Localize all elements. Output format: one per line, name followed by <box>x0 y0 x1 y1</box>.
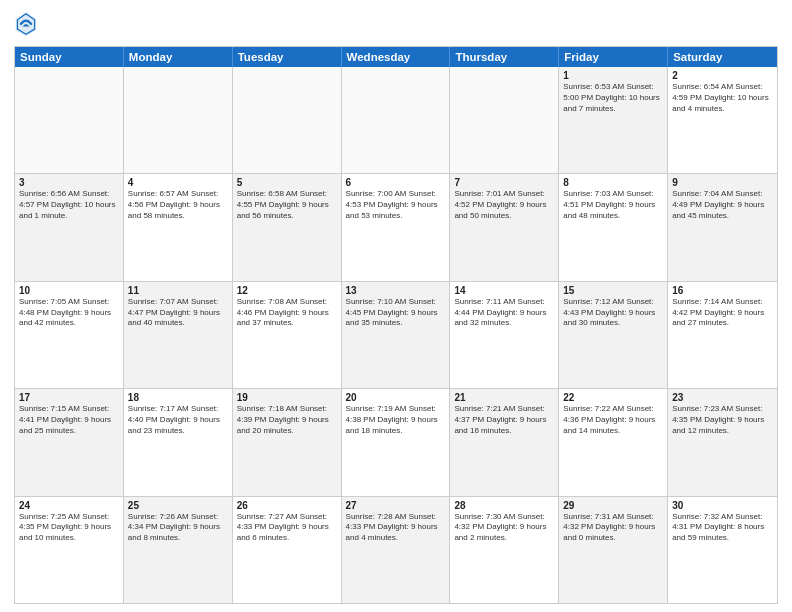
day-number: 6 <box>346 177 446 188</box>
calendar-week-3: 10Sunrise: 7:05 AM Sunset: 4:48 PM Dayli… <box>15 282 777 389</box>
calendar-cell: 8Sunrise: 7:03 AM Sunset: 4:51 PM Daylig… <box>559 174 668 280</box>
day-info: Sunrise: 7:31 AM Sunset: 4:32 PM Dayligh… <box>563 512 663 544</box>
day-number: 19 <box>237 392 337 403</box>
calendar-cell: 27Sunrise: 7:28 AM Sunset: 4:33 PM Dayli… <box>342 497 451 603</box>
day-number: 4 <box>128 177 228 188</box>
day-info: Sunrise: 7:11 AM Sunset: 4:44 PM Dayligh… <box>454 297 554 329</box>
day-number: 21 <box>454 392 554 403</box>
calendar-cell <box>233 67 342 173</box>
day-info: Sunrise: 7:15 AM Sunset: 4:41 PM Dayligh… <box>19 404 119 436</box>
calendar-cell: 10Sunrise: 7:05 AM Sunset: 4:48 PM Dayli… <box>15 282 124 388</box>
calendar-cell: 17Sunrise: 7:15 AM Sunset: 4:41 PM Dayli… <box>15 389 124 495</box>
day-number: 15 <box>563 285 663 296</box>
calendar-cell: 24Sunrise: 7:25 AM Sunset: 4:35 PM Dayli… <box>15 497 124 603</box>
calendar-cell <box>450 67 559 173</box>
day-info: Sunrise: 7:18 AM Sunset: 4:39 PM Dayligh… <box>237 404 337 436</box>
day-info: Sunrise: 6:53 AM Sunset: 5:00 PM Dayligh… <box>563 82 663 114</box>
day-number: 8 <box>563 177 663 188</box>
calendar-cell: 30Sunrise: 7:32 AM Sunset: 4:31 PM Dayli… <box>668 497 777 603</box>
day-info: Sunrise: 7:26 AM Sunset: 4:34 PM Dayligh… <box>128 512 228 544</box>
calendar-cell: 7Sunrise: 7:01 AM Sunset: 4:52 PM Daylig… <box>450 174 559 280</box>
calendar-cell: 29Sunrise: 7:31 AM Sunset: 4:32 PM Dayli… <box>559 497 668 603</box>
calendar-week-1: 1Sunrise: 6:53 AM Sunset: 5:00 PM Daylig… <box>15 67 777 174</box>
day-info: Sunrise: 7:08 AM Sunset: 4:46 PM Dayligh… <box>237 297 337 329</box>
calendar-cell: 22Sunrise: 7:22 AM Sunset: 4:36 PM Dayli… <box>559 389 668 495</box>
calendar-cell: 26Sunrise: 7:27 AM Sunset: 4:33 PM Dayli… <box>233 497 342 603</box>
logo <box>14 10 42 38</box>
header-day-thursday: Thursday <box>450 47 559 67</box>
calendar-cell: 13Sunrise: 7:10 AM Sunset: 4:45 PM Dayli… <box>342 282 451 388</box>
day-number: 20 <box>346 392 446 403</box>
calendar-cell: 11Sunrise: 7:07 AM Sunset: 4:47 PM Dayli… <box>124 282 233 388</box>
day-number: 22 <box>563 392 663 403</box>
day-number: 14 <box>454 285 554 296</box>
calendar-week-4: 17Sunrise: 7:15 AM Sunset: 4:41 PM Dayli… <box>15 389 777 496</box>
day-number: 2 <box>672 70 773 81</box>
day-info: Sunrise: 7:03 AM Sunset: 4:51 PM Dayligh… <box>563 189 663 221</box>
calendar-cell: 15Sunrise: 7:12 AM Sunset: 4:43 PM Dayli… <box>559 282 668 388</box>
calendar-cell: 18Sunrise: 7:17 AM Sunset: 4:40 PM Dayli… <box>124 389 233 495</box>
day-number: 7 <box>454 177 554 188</box>
calendar-cell: 23Sunrise: 7:23 AM Sunset: 4:35 PM Dayli… <box>668 389 777 495</box>
day-number: 1 <box>563 70 663 81</box>
calendar-cell: 14Sunrise: 7:11 AM Sunset: 4:44 PM Dayli… <box>450 282 559 388</box>
calendar-cell: 4Sunrise: 6:57 AM Sunset: 4:56 PM Daylig… <box>124 174 233 280</box>
calendar-cell: 2Sunrise: 6:54 AM Sunset: 4:59 PM Daylig… <box>668 67 777 173</box>
day-info: Sunrise: 7:21 AM Sunset: 4:37 PM Dayligh… <box>454 404 554 436</box>
day-number: 17 <box>19 392 119 403</box>
page-header <box>14 10 778 38</box>
calendar-cell: 16Sunrise: 7:14 AM Sunset: 4:42 PM Dayli… <box>668 282 777 388</box>
calendar-cell: 6Sunrise: 7:00 AM Sunset: 4:53 PM Daylig… <box>342 174 451 280</box>
day-number: 30 <box>672 500 773 511</box>
calendar-cell: 21Sunrise: 7:21 AM Sunset: 4:37 PM Dayli… <box>450 389 559 495</box>
day-number: 23 <box>672 392 773 403</box>
day-info: Sunrise: 7:00 AM Sunset: 4:53 PM Dayligh… <box>346 189 446 221</box>
day-number: 24 <box>19 500 119 511</box>
calendar: SundayMondayTuesdayWednesdayThursdayFrid… <box>14 46 778 604</box>
day-number: 26 <box>237 500 337 511</box>
day-number: 5 <box>237 177 337 188</box>
day-info: Sunrise: 7:14 AM Sunset: 4:42 PM Dayligh… <box>672 297 773 329</box>
calendar-cell: 5Sunrise: 6:58 AM Sunset: 4:55 PM Daylig… <box>233 174 342 280</box>
calendar-cell: 1Sunrise: 6:53 AM Sunset: 5:00 PM Daylig… <box>559 67 668 173</box>
day-number: 11 <box>128 285 228 296</box>
day-number: 9 <box>672 177 773 188</box>
calendar-cell <box>342 67 451 173</box>
day-info: Sunrise: 7:22 AM Sunset: 4:36 PM Dayligh… <box>563 404 663 436</box>
day-number: 25 <box>128 500 228 511</box>
day-number: 29 <box>563 500 663 511</box>
calendar-cell <box>124 67 233 173</box>
day-number: 27 <box>346 500 446 511</box>
day-info: Sunrise: 7:23 AM Sunset: 4:35 PM Dayligh… <box>672 404 773 436</box>
header-day-sunday: Sunday <box>15 47 124 67</box>
day-info: Sunrise: 7:01 AM Sunset: 4:52 PM Dayligh… <box>454 189 554 221</box>
day-number: 13 <box>346 285 446 296</box>
day-info: Sunrise: 6:56 AM Sunset: 4:57 PM Dayligh… <box>19 189 119 221</box>
day-info: Sunrise: 6:57 AM Sunset: 4:56 PM Dayligh… <box>128 189 228 221</box>
calendar-cell: 12Sunrise: 7:08 AM Sunset: 4:46 PM Dayli… <box>233 282 342 388</box>
day-number: 28 <box>454 500 554 511</box>
day-info: Sunrise: 7:30 AM Sunset: 4:32 PM Dayligh… <box>454 512 554 544</box>
calendar-cell: 20Sunrise: 7:19 AM Sunset: 4:38 PM Dayli… <box>342 389 451 495</box>
day-info: Sunrise: 7:27 AM Sunset: 4:33 PM Dayligh… <box>237 512 337 544</box>
calendar-body: 1Sunrise: 6:53 AM Sunset: 5:00 PM Daylig… <box>15 67 777 603</box>
calendar-cell: 19Sunrise: 7:18 AM Sunset: 4:39 PM Dayli… <box>233 389 342 495</box>
day-number: 12 <box>237 285 337 296</box>
day-number: 18 <box>128 392 228 403</box>
day-info: Sunrise: 6:58 AM Sunset: 4:55 PM Dayligh… <box>237 189 337 221</box>
calendar-cell: 3Sunrise: 6:56 AM Sunset: 4:57 PM Daylig… <box>15 174 124 280</box>
header-day-saturday: Saturday <box>668 47 777 67</box>
calendar-cell: 9Sunrise: 7:04 AM Sunset: 4:49 PM Daylig… <box>668 174 777 280</box>
calendar-cell: 25Sunrise: 7:26 AM Sunset: 4:34 PM Dayli… <box>124 497 233 603</box>
header-day-wednesday: Wednesday <box>342 47 451 67</box>
day-info: Sunrise: 7:10 AM Sunset: 4:45 PM Dayligh… <box>346 297 446 329</box>
day-info: Sunrise: 7:07 AM Sunset: 4:47 PM Dayligh… <box>128 297 228 329</box>
calendar-cell <box>15 67 124 173</box>
calendar-week-5: 24Sunrise: 7:25 AM Sunset: 4:35 PM Dayli… <box>15 497 777 603</box>
day-info: Sunrise: 7:25 AM Sunset: 4:35 PM Dayligh… <box>19 512 119 544</box>
day-info: Sunrise: 7:28 AM Sunset: 4:33 PM Dayligh… <box>346 512 446 544</box>
day-info: Sunrise: 6:54 AM Sunset: 4:59 PM Dayligh… <box>672 82 773 114</box>
day-info: Sunrise: 7:32 AM Sunset: 4:31 PM Dayligh… <box>672 512 773 544</box>
day-info: Sunrise: 7:12 AM Sunset: 4:43 PM Dayligh… <box>563 297 663 329</box>
header-day-tuesday: Tuesday <box>233 47 342 67</box>
